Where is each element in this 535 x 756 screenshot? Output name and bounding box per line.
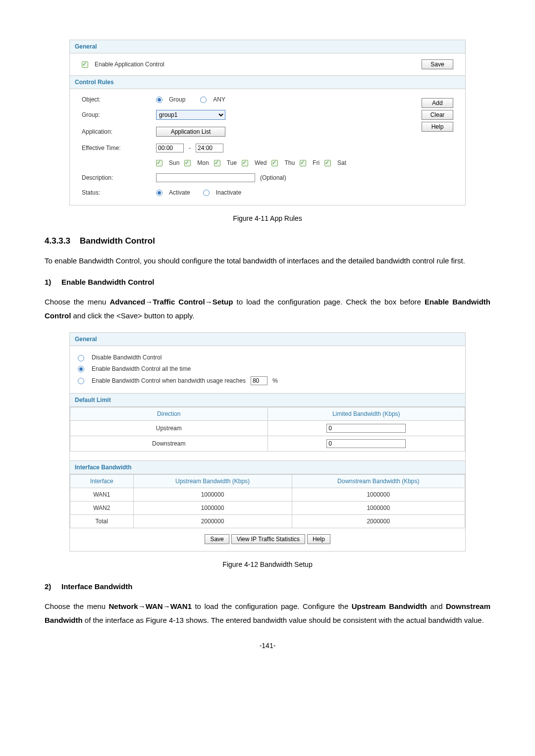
description-input[interactable] bbox=[156, 173, 255, 182]
default-limit-table: Direction Limited Bandwidth (Kbps) Upstr… bbox=[70, 407, 465, 452]
row-upstream: Upstream bbox=[70, 420, 268, 436]
step-2-heading: 2)Interface Bandwidth bbox=[45, 582, 490, 591]
downstream-limit-input[interactable] bbox=[326, 439, 406, 448]
day-fri-checkbox[interactable] bbox=[300, 160, 306, 166]
status-activate-radio[interactable] bbox=[156, 190, 162, 196]
disable-bw-radio[interactable] bbox=[78, 355, 84, 361]
save-button-2[interactable]: Save bbox=[205, 534, 229, 544]
step-1-paragraph: Choose the menu Advanced→Traffic Control… bbox=[45, 295, 490, 323]
description-hint: (Optional) bbox=[260, 174, 286, 181]
status-inactivate-radio[interactable] bbox=[203, 190, 210, 196]
app-rules-panel: General Enable Application Control Save … bbox=[69, 40, 466, 205]
row-downstream: Downstream bbox=[70, 436, 268, 451]
description-label: Description: bbox=[82, 174, 151, 181]
object-any-radio[interactable] bbox=[200, 97, 207, 103]
enable-app-control-checkbox[interactable] bbox=[82, 61, 88, 68]
general-header: General bbox=[70, 40, 465, 53]
figure-4-11-caption: Figure 4-11 App Rules bbox=[45, 214, 490, 222]
interface-bandwidth-table: Interface Upstream Bandwidth (Kbps) Down… bbox=[70, 474, 465, 528]
day-sun-checkbox[interactable] bbox=[156, 160, 162, 166]
col-direction: Direction bbox=[70, 407, 268, 420]
object-label: Object: bbox=[82, 96, 151, 103]
col-interface: Interface bbox=[70, 474, 134, 488]
clear-button[interactable]: Clear bbox=[422, 110, 453, 120]
save-button[interactable]: Save bbox=[422, 59, 453, 69]
section-heading: 4.3.3.3 Bandwidth Control bbox=[45, 236, 490, 246]
object-group-radio[interactable] bbox=[156, 97, 162, 103]
col-downstream: Downstream Bandwidth (Kbps) bbox=[292, 474, 465, 488]
disable-bw-label: Disable Bandwidth Control bbox=[92, 354, 161, 361]
general-header-2: General bbox=[70, 333, 465, 346]
step-2-paragraph: Choose the menu Network→WAN→WAN1 to load… bbox=[45, 600, 490, 627]
col-upstream: Upstream Bandwidth (Kbps) bbox=[133, 474, 292, 488]
bandwidth-setup-panel: General Disable Bandwidth Control Enable… bbox=[69, 332, 466, 552]
application-list-button[interactable]: Application List bbox=[156, 127, 225, 137]
figure-4-12-caption: Figure 4-12 Bandwidth Setup bbox=[45, 560, 490, 568]
help-button-2[interactable]: Help bbox=[307, 534, 330, 544]
day-wed-checkbox[interactable] bbox=[242, 160, 248, 166]
day-thu-checkbox[interactable] bbox=[271, 160, 278, 166]
upstream-limit-input[interactable] bbox=[326, 424, 406, 433]
group-label: Group: bbox=[82, 111, 151, 118]
day-sat-checkbox[interactable] bbox=[324, 160, 331, 166]
enable-reach-label: Enable Bandwidth Control when bandwidth … bbox=[92, 377, 246, 384]
interface-bandwidth-header: Interface Bandwidth bbox=[70, 460, 465, 474]
day-mon-checkbox[interactable] bbox=[184, 160, 191, 166]
add-button[interactable]: Add bbox=[422, 98, 453, 108]
status-label: Status: bbox=[82, 189, 151, 196]
enable-all-label: Enable Bandwidth Control all the time bbox=[92, 365, 191, 372]
enable-reach-radio[interactable] bbox=[78, 378, 84, 384]
effective-time-label: Effective Time: bbox=[82, 145, 151, 151]
day-tue-checkbox[interactable] bbox=[214, 160, 220, 166]
col-limited: Limited Bandwidth (Kbps) bbox=[268, 407, 465, 420]
object-group-text: Group bbox=[169, 96, 185, 103]
step-1-heading: 1)Enable Bandwidth Control bbox=[45, 278, 490, 286]
pct-input[interactable] bbox=[251, 376, 268, 385]
table-row: Total 2000000 2000000 bbox=[70, 514, 465, 528]
time-to-input[interactable] bbox=[196, 144, 223, 152]
view-ip-traffic-stats-button[interactable]: View IP Traffic Statistics bbox=[231, 534, 305, 544]
page-number: -141- bbox=[45, 642, 490, 650]
table-row: WAN1 1000000 1000000 bbox=[70, 488, 465, 501]
enable-app-control-label: Enable Application Control bbox=[95, 61, 164, 68]
application-label: Application: bbox=[82, 128, 151, 135]
intro-paragraph: To enable Bandwidth Control, you should … bbox=[45, 254, 490, 268]
enable-all-radio[interactable] bbox=[78, 366, 84, 372]
object-any-text: ANY bbox=[213, 96, 225, 103]
default-limit-header: Default Limit bbox=[70, 393, 465, 407]
time-from-input[interactable] bbox=[156, 144, 184, 152]
control-rules-header: Control Rules bbox=[70, 75, 465, 89]
table-row: WAN2 1000000 1000000 bbox=[70, 501, 465, 514]
help-button[interactable]: Help bbox=[422, 122, 453, 132]
group-select[interactable]: group1 bbox=[156, 110, 225, 120]
